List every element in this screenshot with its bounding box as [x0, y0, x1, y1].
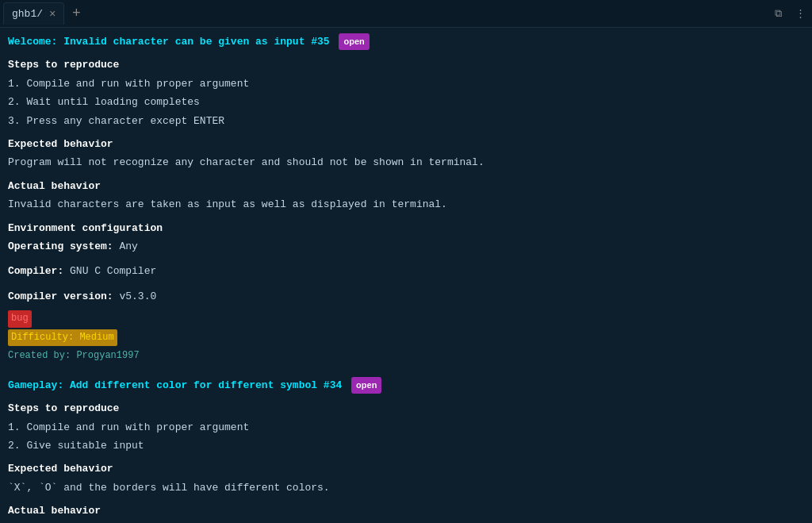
issue-2-expected-header: Expected behavior	[8, 460, 804, 478]
issue-2-title: Gameplay: Add different color for differ…	[8, 379, 342, 391]
separator	[8, 365, 804, 376]
menu-button[interactable]: ⋮	[791, 5, 809, 22]
issue-1-tag-bug: bug	[8, 309, 804, 328]
issue-1-title-line: Welcome: Invalid character can be given …	[8, 33, 804, 51]
issue-1-badge: open	[339, 33, 369, 51]
issue-2-actual-header: Actual behavior	[8, 502, 804, 520]
issue-1-created-by: Created by: Progyan1997	[8, 346, 804, 365]
issue-1-step-2: 2. Wait until loading completes	[8, 93, 804, 111]
tab-label: ghb1/	[12, 8, 43, 20]
issue-1-compiler: Compiler: GNU C Compiler	[8, 262, 804, 280]
issue-1-tag-difficulty: Difficulty: Medium	[8, 328, 804, 347]
issue-1-expected-text: Program will not recognize any character…	[8, 153, 804, 171]
window-controls: ⧉ ⋮	[769, 5, 809, 22]
issue-1-expected-header: Expected behavior	[8, 135, 804, 153]
issue-1-os: Operating system: Any	[8, 237, 804, 256]
restore-button[interactable]: ⧉	[769, 5, 787, 22]
issue-1: Welcome: Invalid character can be given …	[8, 33, 804, 365]
issue-1-step-3: 3. Press any character except ENTER	[8, 112, 804, 130]
issue-2-title-line: Gameplay: Add different color for differ…	[8, 376, 804, 394]
issue-1-title: Welcome: Invalid character can be given …	[8, 36, 330, 48]
new-tab-button[interactable]: +	[67, 5, 85, 22]
issue-2-expected-text: `X`, `O` and the borders will have diffe…	[8, 479, 804, 497]
issue-1-step-1: 1. Compile and run with proper argument	[8, 75, 804, 93]
issue-1-env-header: Environment configuration	[8, 219, 804, 237]
titlebar: ghb1/ × + ⧉ ⋮	[0, 0, 812, 28]
issue-2-actual-text: They have same color.	[8, 521, 804, 523]
issue-1-compiler-version: Compiler version: v5.3.0	[8, 287, 804, 306]
issue-2-step-2: 2. Give suitable input	[8, 436, 804, 455]
issue-2: Gameplay: Add different color for differ…	[8, 376, 804, 523]
issue-1-actual-header: Actual behavior	[8, 177, 804, 195]
tab-close-icon[interactable]: ×	[49, 9, 56, 20]
issue-2-step-1: 1. Compile and run with proper argument	[8, 418, 804, 436]
issue-1-steps-header: Steps to reproduce	[8, 56, 804, 74]
content-area: Welcome: Invalid character can be given …	[0, 28, 812, 523]
issue-1-actual-text: Invalid characters are taken as input as…	[8, 195, 804, 213]
issue-2-badge: open	[351, 377, 381, 394]
issue-2-steps-header: Steps to reproduce	[8, 399, 804, 417]
tab-ghb1[interactable]: ghb1/ ×	[3, 2, 64, 25]
